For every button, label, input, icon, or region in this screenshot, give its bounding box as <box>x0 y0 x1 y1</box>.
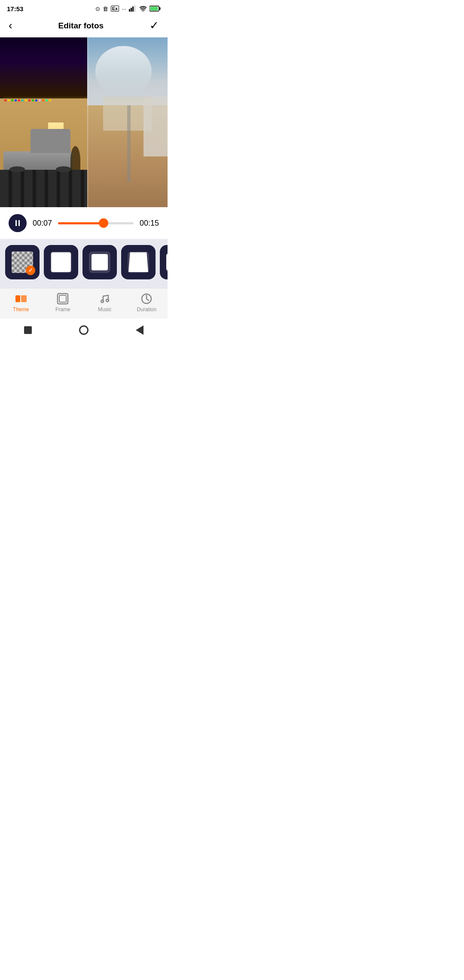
battery-icon <box>150 6 161 12</box>
photo-left <box>0 37 87 207</box>
back-icon <box>136 325 143 335</box>
playback-controls: 00:07 00:15 <box>0 207 168 239</box>
theme-label: Theme <box>13 306 29 312</box>
current-time: 00:07 <box>33 219 52 228</box>
status-icons: ⊙ 🗑 Ex ··· <box>95 6 161 12</box>
back-system-button[interactable] <box>134 325 145 336</box>
svg-rect-1 <box>131 8 132 12</box>
selected-badge <box>26 266 35 275</box>
svg-rect-2 <box>132 6 134 12</box>
svg-rect-7 <box>150 7 158 11</box>
system-nav-bar <box>0 318 168 344</box>
truck-silhouette <box>3 136 80 170</box>
progress-fill <box>58 222 104 224</box>
theme-icon <box>15 293 27 305</box>
svg-point-4 <box>143 11 143 12</box>
transition-preview-5 <box>166 251 168 273</box>
transition-preview-4 <box>128 251 149 273</box>
wifi-icon <box>139 6 147 12</box>
app-icon: Ex <box>111 6 119 12</box>
transitions-strip <box>0 239 168 288</box>
music-icon <box>99 293 111 305</box>
transition-preview-2 <box>50 251 72 273</box>
svg-line-16 <box>147 299 149 300</box>
confirm-button[interactable]: ✓ <box>150 19 159 32</box>
stop-button[interactable] <box>22 325 34 336</box>
svg-rect-3 <box>134 6 135 12</box>
svg-rect-8 <box>15 295 20 302</box>
progress-bar[interactable] <box>58 222 134 224</box>
svg-rect-9 <box>21 295 27 302</box>
nav-item-theme[interactable]: Theme <box>6 293 36 312</box>
page-title: Editar fotos <box>58 21 104 31</box>
svg-rect-6 <box>159 7 161 10</box>
photo-preview <box>0 37 168 207</box>
back-button[interactable]: ‹ <box>9 19 12 32</box>
transition-item-5[interactable] <box>160 245 168 279</box>
nav-item-duration[interactable]: Duration <box>131 293 162 312</box>
photo-right <box>87 37 168 207</box>
total-time: 00:15 <box>140 219 159 228</box>
transition-item-3[interactable] <box>82 245 117 279</box>
music-label: Music <box>98 306 111 312</box>
progress-thumb[interactable] <box>99 218 108 228</box>
more-icon: ··· <box>122 6 126 12</box>
transition-item-2[interactable] <box>44 245 78 279</box>
bottom-nav: Theme Frame Music Duration <box>0 288 168 318</box>
svg-rect-11 <box>59 295 66 302</box>
nav-item-music[interactable]: Music <box>90 293 120 312</box>
status-time: 17:53 <box>7 5 23 12</box>
pause-icon <box>15 220 20 226</box>
stop-icon <box>24 326 32 334</box>
home-button[interactable] <box>78 325 89 336</box>
svg-rect-0 <box>129 9 130 12</box>
delete-icon: 🗑 <box>103 6 108 12</box>
nav-item-frame[interactable]: Frame <box>48 293 78 312</box>
home-icon <box>79 325 89 335</box>
lights-strip <box>0 98 87 102</box>
photo-divider <box>87 37 88 207</box>
duration-icon <box>140 293 153 305</box>
transition-item-1[interactable] <box>5 245 40 279</box>
location-icon: ⊙ <box>95 6 100 12</box>
duration-label: Duration <box>137 306 156 312</box>
svg-point-12 <box>101 300 104 303</box>
frame-icon <box>57 293 69 305</box>
svg-point-13 <box>106 299 109 302</box>
signal-icon <box>129 6 137 12</box>
transition-preview-3 <box>89 251 110 273</box>
header: ‹ Editar fotos ✓ <box>0 15 168 37</box>
transition-item-4[interactable] <box>121 245 156 279</box>
frame-label: Frame <box>55 306 70 312</box>
status-bar: 17:53 ⊙ 🗑 Ex ··· <box>0 0 168 15</box>
play-pause-button[interactable] <box>9 214 27 232</box>
